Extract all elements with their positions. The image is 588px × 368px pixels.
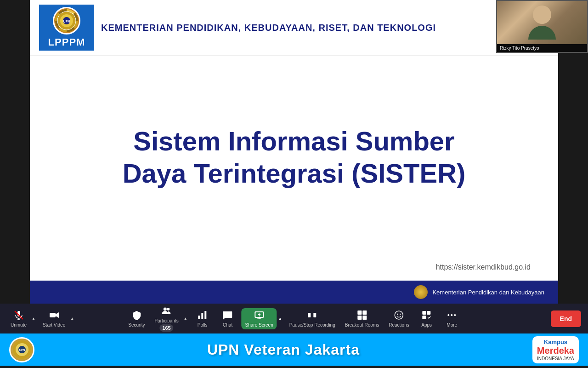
participants-label: Participants <box>154 318 178 323</box>
participants-button[interactable]: Participants 165 <box>151 304 182 334</box>
apps-label: Apps <box>421 322 432 328</box>
svg-rect-19 <box>362 310 367 315</box>
svg-rect-25 <box>423 311 426 315</box>
security-button[interactable]: Security <box>124 308 148 329</box>
svg-point-28 <box>448 314 450 316</box>
svg-rect-13 <box>205 311 207 319</box>
slide-title-area: Sistem Informasi Sumber Daya Terintegras… <box>30 56 558 259</box>
person-silhouette <box>528 6 556 40</box>
svg-rect-11 <box>198 316 200 319</box>
breakout-rooms-button[interactable]: Breakout Rooms <box>341 308 383 329</box>
svg-rect-21 <box>362 316 367 320</box>
lpppm-logo-circle: UPN <box>53 7 80 34</box>
kemdikbud-text: Kementerian Pendidikan dan Kebudayaan <box>432 289 544 296</box>
share-screen-icon <box>254 310 264 322</box>
svg-rect-12 <box>202 313 204 319</box>
more-icon <box>447 310 457 322</box>
reactions-label: Reactions <box>389 322 409 328</box>
start-video-button[interactable]: Start Video <box>39 308 69 329</box>
svg-rect-18 <box>357 310 362 315</box>
polls-label: Polls <box>198 322 208 328</box>
participants-chevron[interactable]: ▲ <box>182 315 189 322</box>
kampus-merdeka-badge: Kampus Merdeka INDONESIA JAYA <box>532 336 579 363</box>
indonesia-jaya-label: INDONESIA JAYA <box>537 356 574 361</box>
bottom-banner: UPN UPN Veteran Jakarta Kampus Merdeka I… <box>0 334 588 366</box>
svg-text:UPN: UPN <box>63 20 70 23</box>
security-label: Security <box>128 322 145 328</box>
chat-label: Chat <box>223 322 232 328</box>
slide-container: UPN LPPPM KEMENTERIAN PENDIDIKAN, KEBUDA… <box>0 0 588 304</box>
svg-point-9 <box>164 307 167 310</box>
slide-header: UPN LPPPM KEMENTERIAN PENDIDIKAN, KEBUDA… <box>30 0 558 56</box>
svg-rect-17 <box>314 313 317 317</box>
chat-icon <box>223 310 233 322</box>
breakout-rooms-label: Breakout Rooms <box>345 322 379 328</box>
video-camera-icon <box>49 310 59 322</box>
breakout-rooms-icon <box>357 310 367 322</box>
svg-rect-8 <box>50 313 56 317</box>
end-button[interactable]: End <box>551 310 581 327</box>
person-body <box>528 26 556 40</box>
upn-emblem-svg: UPN <box>12 339 32 360</box>
svg-point-22 <box>395 311 403 319</box>
unmute-button[interactable]: Unmute <box>7 308 30 329</box>
lpppm-logo-inner: UPN <box>55 9 78 32</box>
upn-title: UPN Veteran Jakarta <box>207 341 360 358</box>
apps-icon <box>422 310 432 322</box>
participant-count-badge: 165 <box>159 324 173 332</box>
toolbar-center: Security Participants 16 <box>124 304 463 334</box>
share-screen-button[interactable]: Share Screen <box>242 308 277 329</box>
svg-rect-27 <box>423 316 426 319</box>
share-screen-group: Share Screen ▲ <box>242 308 283 329</box>
recording-icon <box>307 310 317 322</box>
apps-button[interactable]: Apps <box>415 308 438 329</box>
video-chevron[interactable]: ▲ <box>69 315 75 322</box>
pause-recording-button[interactable]: Pause/Stop Recording <box>286 308 339 329</box>
kampus-label: Kampus <box>544 339 567 345</box>
participant-name: Rizky Tito Prasetyo <box>497 44 587 52</box>
merdeka-label: Merdeka <box>537 345 574 356</box>
svg-rect-20 <box>357 316 362 320</box>
svg-point-10 <box>167 308 170 310</box>
slide-title: Sistem Informasi Sumber Daya Terintegras… <box>123 125 466 189</box>
pause-recording-label: Pause/Stop Recording <box>289 322 335 328</box>
toolbar-left: Unmute ▲ Start Video ▲ <box>7 308 75 329</box>
toolbar-right: End <box>551 310 581 327</box>
chevron-up-icon-2: ▲ <box>70 316 74 321</box>
svg-point-30 <box>454 314 456 316</box>
unmute-group: Unmute ▲ <box>7 308 37 329</box>
chevron-up-icon-4: ▲ <box>278 316 282 321</box>
svg-point-24 <box>400 313 401 314</box>
ministry-text: KEMENTERIAN PENDIDIKAN, KEBUDAYAAN, RISE… <box>101 23 436 33</box>
reactions-icon <box>394 310 404 322</box>
svg-rect-16 <box>308 313 311 317</box>
polls-icon <box>198 310 208 322</box>
svg-point-29 <box>451 314 453 316</box>
polls-button[interactable]: Polls <box>191 308 214 329</box>
microphone-muted-icon <box>14 310 24 322</box>
emblem-svg: UPN <box>57 11 77 31</box>
chevron-up-icon-3: ▲ <box>184 316 187 321</box>
chat-button[interactable]: Chat <box>216 308 239 329</box>
more-label: More <box>447 322 457 328</box>
participants-icon <box>162 306 172 317</box>
unmute-chevron[interactable]: ▲ <box>30 315 37 322</box>
slide-border-left <box>0 0 30 304</box>
zoom-toolbar: Unmute ▲ Start Video ▲ <box>0 304 588 334</box>
participant-video-inner <box>497 1 587 44</box>
start-video-label: Start Video <box>43 322 65 328</box>
lpppm-logo-box: UPN LPPPM <box>39 5 94 51</box>
participant-video: Rizky Tito Prasetyo <box>496 0 588 53</box>
participants-group: Participants 165 ▲ <box>151 304 188 334</box>
share-screen-chevron[interactable]: ▲ <box>277 315 283 322</box>
svg-text:UPN: UPN <box>19 349 25 351</box>
main-wrapper: UPN LPPPM KEMENTERIAN PENDIDIKAN, KEBUDA… <box>0 0 588 368</box>
person-head <box>533 6 551 24</box>
reactions-button[interactable]: Reactions <box>385 308 413 329</box>
upn-logo: UPN <box>9 337 34 362</box>
share-screen-label: Share Screen <box>245 322 273 328</box>
security-icon <box>131 310 141 322</box>
svg-point-23 <box>397 313 398 314</box>
more-button[interactable]: More <box>441 308 464 329</box>
chevron-up-icon: ▲ <box>32 316 35 321</box>
